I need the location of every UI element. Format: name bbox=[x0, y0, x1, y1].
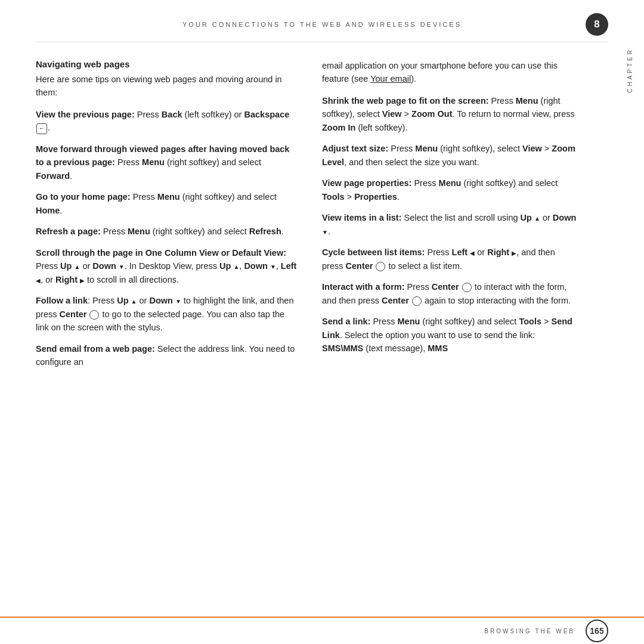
main-content: Navigating web pages Here are some tips … bbox=[0, 53, 644, 400]
footer-text: BROWSING THE WEB bbox=[484, 628, 575, 634]
down-arrow-icon bbox=[119, 261, 125, 271]
up-arrow-icon bbox=[534, 213, 540, 222]
list-item: View the previous page: Press Back (left… bbox=[36, 108, 298, 135]
your-email-link: Your email bbox=[370, 74, 411, 83]
right-arrow-icon bbox=[80, 275, 85, 284]
chapter-badge: 8 bbox=[586, 13, 608, 36]
item-label: Follow a link bbox=[36, 296, 88, 305]
list-item: Follow a link: Press Up or Down to highl… bbox=[36, 294, 298, 334]
backspace-key-symbol: ← bbox=[36, 123, 47, 134]
down-arrow-icon bbox=[175, 296, 181, 305]
list-item: Refresh a page: Press Menu (right softke… bbox=[36, 225, 298, 238]
item-label: View items in a list: bbox=[322, 213, 402, 222]
left-arrow-icon bbox=[36, 275, 41, 284]
item-label: Shrink the web page to fit on the screen… bbox=[322, 96, 489, 106]
list-item: Move forward through viewed pages after … bbox=[36, 143, 298, 182]
item-label: Scroll through the page in One Column Vi… bbox=[36, 248, 286, 258]
item-label: Adjust text size: bbox=[322, 144, 388, 153]
header-divider bbox=[36, 42, 608, 42]
left-column: Navigating web pages Here are some tips … bbox=[36, 59, 298, 376]
center-circle-symbol bbox=[412, 296, 422, 306]
page-number-badge: 165 bbox=[586, 620, 608, 642]
section-intro: Here are some tips on viewing web pages … bbox=[36, 73, 298, 100]
center-circle-symbol bbox=[462, 283, 472, 292]
item-label: Interact with a form: bbox=[322, 282, 405, 292]
item-label: Refresh a page: bbox=[36, 227, 101, 236]
page-footer: BROWSING THE WEB 165 bbox=[0, 617, 644, 644]
center-circle-symbol bbox=[89, 310, 99, 320]
item-label: View page properties: bbox=[322, 178, 411, 188]
list-item: Scroll through the page in One Column Vi… bbox=[36, 246, 298, 286]
list-item: Send a link: Press Menu (right softkey) … bbox=[322, 315, 578, 355]
list-item: View items in a list: Select the list an… bbox=[322, 211, 578, 238]
list-item: Shrink the web page to fit on the screen… bbox=[322, 94, 578, 134]
item-label: Send a link: bbox=[322, 317, 370, 326]
right-intro: email application on your smartphone bef… bbox=[322, 59, 578, 86]
item-label: Send email from a web page: bbox=[36, 344, 155, 354]
item-label: View the previous page: bbox=[36, 110, 135, 119]
page-header: YOUR CONNECTIONS TO THE WEB AND WIRELESS… bbox=[0, 0, 644, 36]
item-label: Go to your home page: bbox=[36, 192, 131, 202]
down-arrow-icon bbox=[270, 261, 276, 271]
up-arrow-icon bbox=[131, 296, 137, 305]
left-arrow-icon bbox=[470, 247, 475, 257]
list-item: Cycle between list items: Press Left or … bbox=[322, 246, 578, 273]
list-item: Adjust text size: Press Menu (right soft… bbox=[322, 142, 578, 169]
item-label: Cycle between list items: bbox=[322, 247, 425, 257]
list-item: Send email from a web page: Select the a… bbox=[36, 342, 298, 369]
up-arrow-icon bbox=[74, 261, 80, 271]
chapter-label: CHAPTER bbox=[627, 48, 633, 93]
list-item: Interact with a form: Press Center to in… bbox=[322, 280, 578, 307]
header-title: YOUR CONNECTIONS TO THE WEB AND WIRELESS… bbox=[58, 21, 586, 28]
up-arrow-icon bbox=[233, 261, 239, 271]
section-heading: Navigating web pages bbox=[36, 59, 298, 69]
center-circle-symbol bbox=[376, 262, 385, 271]
list-item: View page properties: Press Menu (right … bbox=[322, 177, 578, 203]
right-column: email application on your smartphone bef… bbox=[322, 59, 578, 376]
right-arrow-icon bbox=[512, 247, 516, 257]
down-arrow-icon bbox=[322, 227, 328, 236]
list-item: Go to your home page: Press Menu (right … bbox=[36, 190, 298, 217]
